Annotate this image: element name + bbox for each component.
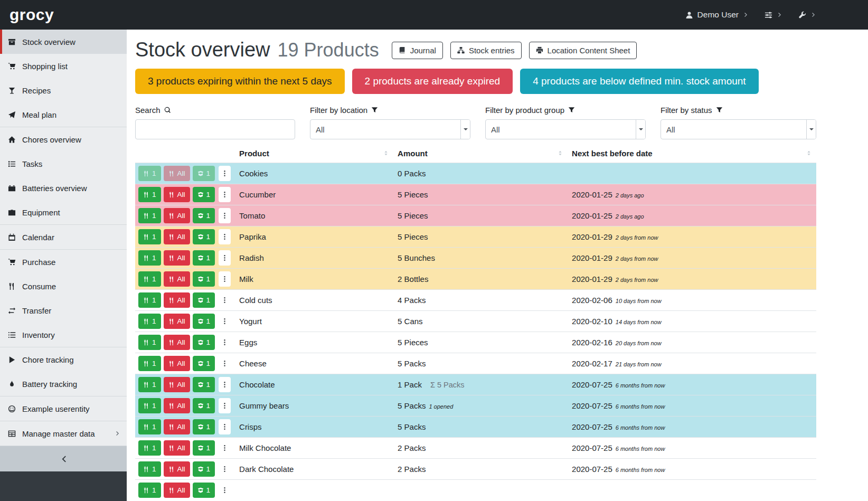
sidebar-item-chores-overview[interactable]: Chores overview <box>0 127 127 152</box>
row-menu-button[interactable] <box>219 483 231 498</box>
sidebar-item-chore-tracking[interactable]: Chore tracking <box>0 347 127 372</box>
row-menu-button[interactable] <box>219 292 231 308</box>
open-one-button[interactable]: 1 <box>193 377 215 392</box>
consume-all-button[interactable]: All <box>164 377 190 392</box>
row-menu-button[interactable] <box>219 271 231 287</box>
open-one-button[interactable]: 1 <box>193 271 215 287</box>
row-menu-button[interactable] <box>219 419 231 434</box>
consume-all-button[interactable]: All <box>164 229 190 244</box>
status-select[interactable]: All <box>661 119 816 139</box>
row-menu-button[interactable] <box>219 229 231 244</box>
open-one-button[interactable]: 1 <box>193 166 215 181</box>
sidebar-item-purchase[interactable]: Purchase <box>0 250 127 274</box>
row-menu-button[interactable] <box>219 335 231 350</box>
sort-icon[interactable] <box>383 150 389 158</box>
row-menu-button[interactable] <box>219 356 231 371</box>
sidebar-item-consume[interactable]: Consume <box>0 274 127 298</box>
row-menu-button[interactable] <box>219 187 231 202</box>
consume-one-button[interactable]: 1 <box>138 377 161 392</box>
open-one-button[interactable]: 1 <box>193 229 215 244</box>
consume-all-button[interactable]: All <box>164 461 190 477</box>
row-menu-button[interactable] <box>219 461 231 477</box>
consume-all-button[interactable]: All <box>164 419 190 434</box>
consume-all-button[interactable]: All <box>164 250 190 266</box>
open-one-button[interactable]: 1 <box>193 356 215 371</box>
open-one-button[interactable]: 1 <box>193 208 215 223</box>
user-menu[interactable]: Demo User <box>685 10 749 20</box>
row-menu-button[interactable] <box>219 377 231 392</box>
sidebar-item-shopping-list[interactable]: Shopping list <box>0 54 127 78</box>
sort-icon[interactable] <box>557 150 563 158</box>
consume-one-button[interactable]: 1 <box>138 461 161 477</box>
journal-button[interactable]: Journal <box>392 42 443 59</box>
consume-one-button[interactable]: 1 <box>138 271 161 287</box>
app-logo[interactable]: grocy <box>10 6 54 24</box>
consume-one-button[interactable]: 1 <box>138 356 161 371</box>
sidebar-item-transfer[interactable]: Transfer <box>0 298 127 323</box>
row-menu-button[interactable] <box>219 166 231 181</box>
alert-below-min-stock[interactable]: 4 products are below defined min. stock … <box>520 69 758 94</box>
alert-expired[interactable]: 2 products are already expired <box>352 69 513 94</box>
alert-expiring[interactable]: 3 products expiring within the next 5 da… <box>135 69 345 94</box>
open-one-button[interactable]: 1 <box>193 314 215 329</box>
amount-column-header[interactable]: Amount <box>393 146 568 163</box>
consume-all-button[interactable]: All <box>164 292 190 308</box>
consume-one-button[interactable]: 1 <box>138 208 161 223</box>
product-column-header[interactable]: Product <box>235 146 393 163</box>
sidebar-item-meal-plan[interactable]: Meal plan <box>0 102 127 127</box>
sidebar-item-battery-tracking[interactable]: Battery tracking <box>0 372 127 396</box>
open-one-button[interactable]: 1 <box>193 440 215 456</box>
admin-menu[interactable] <box>798 11 816 19</box>
location-content-sheet-button[interactable]: Location Content Sheet <box>529 42 637 59</box>
product-group-select[interactable]: All <box>485 119 646 139</box>
consume-one-button[interactable]: 1 <box>138 314 161 329</box>
row-menu-button[interactable] <box>219 314 231 329</box>
sidebar-item-inventory[interactable]: Inventory <box>0 323 127 347</box>
row-menu-button[interactable] <box>219 440 231 456</box>
row-menu-button[interactable] <box>219 208 231 223</box>
row-menu-button[interactable] <box>219 398 231 413</box>
consume-one-button[interactable]: 1 <box>138 440 161 456</box>
consume-all-button[interactable]: All <box>164 271 190 287</box>
stock-entries-button[interactable]: Stock entries <box>450 42 522 59</box>
row-menu-button[interactable] <box>219 250 231 266</box>
consume-one-button[interactable]: 1 <box>138 483 161 498</box>
sidebar-item-recipes[interactable]: Recipes <box>0 78 127 102</box>
consume-all-button[interactable]: All <box>164 483 190 498</box>
location-select[interactable]: All <box>310 119 470 139</box>
consume-one-button[interactable]: 1 <box>138 398 161 413</box>
consume-all-button[interactable]: All <box>164 208 190 223</box>
settings-menu[interactable] <box>765 11 782 19</box>
sort-icon[interactable] <box>806 150 812 158</box>
consume-one-button[interactable]: 1 <box>138 187 161 202</box>
consume-all-button[interactable]: All <box>164 314 190 329</box>
sidebar-item-batteries-overview[interactable]: Batteries overview <box>0 176 127 200</box>
open-one-button[interactable]: 1 <box>193 398 215 413</box>
sidebar-item-equipment[interactable]: Equipment <box>0 200 127 224</box>
consume-all-button[interactable]: All <box>164 335 190 350</box>
consume-one-button[interactable]: 1 <box>138 250 161 266</box>
search-input[interactable] <box>135 119 295 139</box>
consume-all-button[interactable]: All <box>164 356 190 371</box>
sidebar-item-tasks[interactable]: Tasks <box>0 152 127 176</box>
sidebar-item-manage-master-data[interactable]: Manage master data <box>0 421 127 446</box>
open-one-button[interactable]: 1 <box>193 187 215 202</box>
consume-one-button[interactable]: 1 <box>138 166 161 181</box>
sidebar-item-calendar[interactable]: Calendar <box>0 225 127 249</box>
sidebar-item-example-userentity[interactable]: Example userentity <box>0 396 127 421</box>
consume-one-button[interactable]: 1 <box>138 419 161 434</box>
consume-one-button[interactable]: 1 <box>138 292 161 308</box>
sidebar-collapse-button[interactable] <box>0 446 127 471</box>
consume-all-button[interactable]: All <box>164 187 190 202</box>
open-one-button[interactable]: 1 <box>193 461 215 477</box>
open-one-button[interactable]: 1 <box>193 292 215 308</box>
consume-all-button[interactable]: All <box>164 166 190 181</box>
consume-one-button[interactable]: 1 <box>138 335 161 350</box>
consume-all-button[interactable]: All <box>164 440 190 456</box>
open-one-button[interactable]: 1 <box>193 419 215 434</box>
open-one-button[interactable]: 1 <box>193 250 215 266</box>
open-one-button[interactable]: 1 <box>193 483 215 498</box>
bbd-column-header[interactable]: Next best before date <box>568 146 816 163</box>
consume-one-button[interactable]: 1 <box>138 229 161 244</box>
consume-all-button[interactable]: All <box>164 398 190 413</box>
